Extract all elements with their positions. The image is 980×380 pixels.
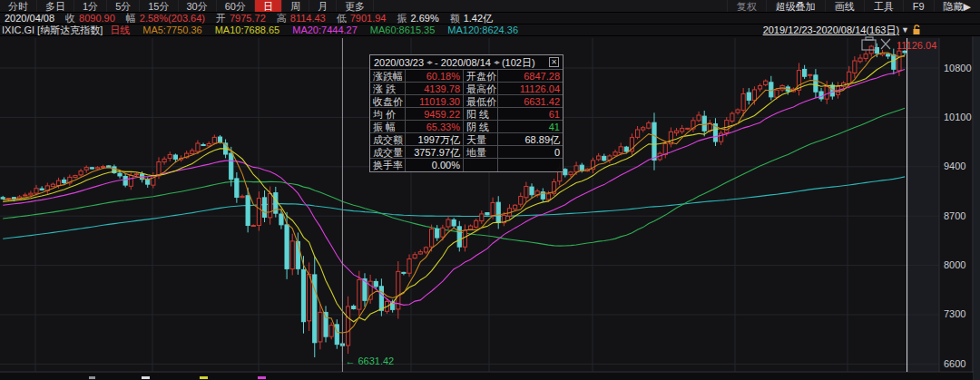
- y-axis-tick: 6600: [944, 358, 965, 369]
- region-start-date: 2020/03/23: [374, 55, 424, 70]
- unlock-icon[interactable]: [912, 24, 922, 35]
- y-axis-tick: 8700: [944, 210, 965, 221]
- candle-up: [514, 205, 517, 209]
- tab-9[interactable]: 周: [282, 0, 309, 12]
- candle-down: [457, 227, 461, 247]
- toolbar-menu: 复权超级叠加画线工具F9隐藏▶: [727, 0, 980, 12]
- stat-label: 振 幅: [370, 121, 406, 133]
- candle-up: [407, 259, 411, 274]
- tab-3[interactable]: 1分: [74, 0, 107, 12]
- tab-5[interactable]: 15分: [140, 0, 178, 12]
- stat-value: 61: [498, 108, 563, 121]
- quote-row: 2020/04/08 收8090.90幅2.58%(203.64)开7975.7…: [0, 13, 980, 24]
- candle-up: [546, 194, 550, 200]
- period-tabbar: 分时多日1分5分15分30分60分日周月更多 复权超级叠加画线工具F9隐藏▶: [0, 0, 980, 13]
- candle-up: [808, 74, 812, 75]
- y-axis-tick: 8000: [944, 259, 965, 270]
- low-price-label: ← 6631.42: [345, 356, 394, 366]
- candle-down: [436, 229, 439, 238]
- menu-item-4[interactable]: 工具: [864, 0, 903, 12]
- menu-item-1[interactable]: 复权: [727, 0, 766, 12]
- candle-up: [212, 137, 216, 143]
- side-strip[interactable]: [974, 36, 980, 380]
- stat-label: 地量: [464, 146, 498, 159]
- y-axis-tick: 9400: [944, 161, 965, 171]
- candle-down: [218, 137, 221, 141]
- end-date-stepper-icon[interactable]: ◂▸: [494, 55, 499, 70]
- candle-down: [702, 116, 706, 131]
- start-date-stepper-icon[interactable]: ◂▸: [426, 55, 432, 70]
- quote-field-label: 收: [65, 13, 75, 24]
- candle-down: [887, 54, 890, 56]
- menu-item-5[interactable]: F9: [903, 0, 934, 12]
- ma-values: MA5:7750.36MA10:7688.65MA20:7444.27MA60:…: [130, 24, 518, 35]
- tab-11[interactable]: 更多: [337, 0, 374, 12]
- y-axis-tick: 10100: [944, 112, 972, 122]
- candle-up: [752, 90, 756, 101]
- stat-label: 均 价: [370, 108, 406, 121]
- ma-spacer: [518, 24, 763, 35]
- candle-up: [196, 143, 200, 151]
- menu-item-2[interactable]: 超级叠加: [766, 0, 825, 12]
- y-axis-tick: 7300: [944, 308, 965, 319]
- candle-up: [519, 197, 523, 205]
- stat-label: 最低价: [464, 95, 498, 108]
- ma-value-1: MA5:7750.36: [142, 24, 201, 35]
- ma-value-3: MA20:7444.27: [292, 24, 358, 35]
- chevron-down-icon[interactable]: ▼: [901, 24, 909, 36]
- candle-up: [424, 248, 427, 252]
- candle-down: [814, 75, 818, 92]
- quote-field-value: 2.58%(203.64): [140, 13, 205, 24]
- candle-up: [463, 230, 466, 247]
- menu-item-3[interactable]: 画线: [825, 0, 864, 12]
- stat-value: 60.18%: [406, 70, 464, 83]
- period-tabs: 分时多日1分5分15分30分60分日周月更多: [0, 0, 374, 12]
- candle-up: [358, 279, 361, 309]
- candle-down: [40, 189, 44, 190]
- candle-down: [1, 198, 5, 199]
- period-label: 日线: [110, 24, 130, 35]
- tab-2[interactable]: 多日: [37, 0, 74, 12]
- stat-value: 11019.30: [406, 95, 464, 108]
- candle-down: [279, 214, 283, 225]
- ma-value-5: MA120:8624.36: [447, 24, 518, 35]
- stat-value: [498, 159, 563, 171]
- candle-down: [903, 51, 906, 53]
- range-text[interactable]: 2019/12/23-2020/08/14(163日): [763, 24, 899, 36]
- candle-up: [686, 128, 690, 129]
- close-icon[interactable]: ✕: [549, 57, 559, 67]
- candle-up: [635, 130, 639, 137]
- menu-item-6[interactable]: 隐藏▶: [934, 0, 980, 12]
- region-stats-header: 2020/03/23 ◂▸ - 2020/08/14 ◂▸ (102日) ✕: [370, 55, 563, 70]
- candle-up: [240, 196, 244, 197]
- stat-value: 3757.97亿: [406, 146, 464, 159]
- tab-1[interactable]: 分时: [0, 0, 37, 12]
- tab-6[interactable]: 30分: [179, 0, 217, 12]
- stat-label: [464, 159, 498, 171]
- candle-up: [168, 154, 172, 158]
- candle-up: [597, 156, 601, 160]
- region-stats-grid: 涨跌幅60.18%开盘价6847.28涨 跌4139.78最高价11126.04…: [370, 70, 563, 171]
- candle-down: [235, 179, 239, 198]
- candle-up: [79, 171, 83, 175]
- candle-up: [736, 110, 740, 112]
- tab-4[interactable]: 5分: [107, 0, 140, 12]
- range-selector[interactable]: 2019/12/23-2020/08/14(163日) ▼: [763, 24, 922, 35]
- stat-label: 涨 跌: [370, 83, 406, 95]
- tab-10[interactable]: 月: [309, 0, 337, 12]
- candle-up: [697, 115, 701, 121]
- quote-field-value: 8090.90: [79, 13, 115, 24]
- candle-down: [624, 147, 628, 151]
- tab-7[interactable]: 60分: [217, 0, 255, 12]
- candle-up: [574, 166, 578, 172]
- stat-label: 最高价: [464, 83, 498, 95]
- stat-label: 涨跌幅: [370, 70, 406, 83]
- region-stats-box[interactable]: 2020/03/23 ◂▸ - 2020/08/14 ◂▸ (102日) ✕ 涨…: [369, 54, 564, 172]
- candle-up: [825, 87, 828, 100]
- candle-down: [123, 176, 127, 185]
- tab-8[interactable]: 日: [255, 0, 282, 12]
- post-data-zone: [907, 38, 939, 372]
- candle-up: [157, 162, 161, 176]
- candle-down: [262, 198, 266, 218]
- stat-label: 成交量: [370, 146, 406, 159]
